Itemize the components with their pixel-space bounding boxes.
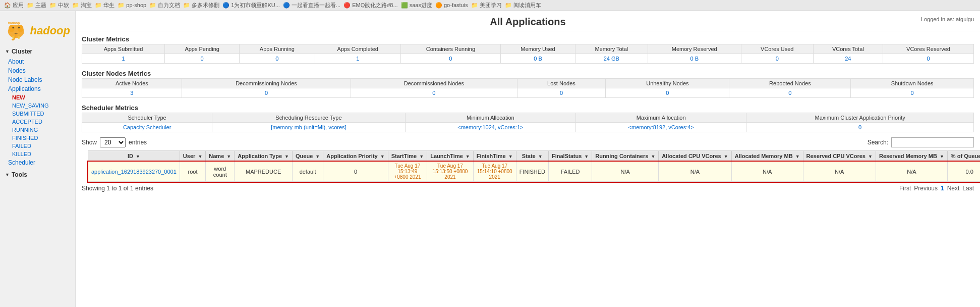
sort-arrow-containers: ▼ — [651, 154, 655, 159]
col-unhealthy-nodes: Unhealthy Nodes — [606, 79, 729, 88]
cluster-metrics-section: Cluster Metrics Apps Submitted Apps Pend… — [76, 31, 980, 66]
bookmark-go[interactable]: 🟠 go-fastuis — [435, 2, 468, 9]
svg-rect-5 — [13, 36, 15, 39]
bookmark-soft[interactable]: 📁 中软 — [49, 2, 69, 9]
show-label: Show — [82, 139, 97, 146]
entries-select[interactable]: 10 20 50 100 — [100, 137, 126, 147]
col-apps-pending: Apps Pending — [165, 44, 240, 54]
pagination-last[interactable]: Last — [962, 185, 974, 192]
sidebar-item-applications[interactable]: Applications — [0, 84, 75, 93]
th-final-status[interactable]: FinalStatus ▼ — [548, 151, 592, 162]
pagination-next[interactable]: Next — [947, 185, 960, 192]
search-input[interactable] — [891, 137, 974, 147]
bookmark-docs[interactable]: 📁 自力文档 — [149, 2, 180, 9]
sort-arrow-start: ▼ — [419, 154, 424, 159]
col-decommissioning-nodes: Decommissioning Nodes — [182, 79, 351, 88]
entries-label: entries — [129, 139, 147, 146]
pagination-first[interactable]: First — [899, 185, 911, 192]
sidebar-item-running[interactable]: RUNNING — [0, 126, 75, 134]
sidebar: hadoop hadoop Cluster About Nodes Node L… — [0, 11, 76, 307]
sort-arrow-res-cpu: ▼ — [868, 154, 873, 159]
sidebar-tools-section: Tools — [0, 169, 75, 180]
svg-rect-6 — [18, 36, 20, 39]
showing-text: Showing 1 to 1 of 1 entries — [82, 185, 153, 192]
pagination-previous[interactable]: Previous — [914, 185, 938, 192]
val-maximum-allocation: <memory:8192, vCores:4> — [576, 123, 746, 132]
sidebar-tools-toggle[interactable]: Tools — [0, 169, 75, 180]
cluster-metrics-table: Apps Submitted Apps Pending Apps Running… — [82, 44, 974, 64]
app-id-link[interactable]: application_1629183923270_0001 — [91, 169, 177, 175]
sort-arrow-launch: ▼ — [466, 154, 470, 159]
bookmark-theme[interactable]: 📁 主题 — [27, 2, 46, 9]
val-memory-total: 24 GB — [575, 54, 648, 64]
bookmark-ppshop[interactable]: 📁 pp-shop — [118, 2, 146, 9]
cell-start-time: Tue Aug 17 15:13:49 +0800 2021 — [388, 162, 427, 182]
sidebar-item-failed[interactable]: FAILED — [0, 142, 75, 150]
th-launch-time[interactable]: LaunchTime ▼ — [427, 151, 474, 162]
scheduler-metrics-table: Scheduler Type Scheduling Resource Type … — [82, 113, 974, 132]
th-reserved-cpu[interactable]: Reserved CPU VCores ▼ — [803, 151, 876, 162]
sidebar-item-node-labels[interactable]: Node Labels — [0, 75, 75, 84]
th-start-time[interactable]: StartTime ▼ — [388, 151, 427, 162]
bookmark-repair[interactable]: 📁 多多术修删 — [183, 2, 219, 9]
th-app-type[interactable]: Application Type ▼ — [235, 151, 293, 162]
th-allocated-mem[interactable]: Allocated Memory MB ▼ — [731, 151, 803, 162]
bookmark-live[interactable]: 🔵 一起看直播一起看... — [283, 2, 340, 9]
col-max-cluster-priority: Maximum Cluster Application Priority — [746, 113, 974, 123]
svg-point-1 — [9, 25, 15, 32]
th-running-containers[interactable]: Running Containers ▼ — [592, 151, 659, 162]
sidebar-item-nodes[interactable]: Nodes — [0, 66, 75, 75]
cluster-metrics-title: Cluster Metrics — [82, 35, 974, 43]
hadoop-elephant-icon: hadoop — [5, 19, 27, 42]
sidebar-item-new[interactable]: NEW — [0, 93, 75, 101]
val-scheduler-type: Capacity Scheduler — [82, 123, 212, 132]
table-controls: Show 10 20 50 100 entries Search: — [76, 134, 980, 150]
th-queue[interactable]: Queue ▼ — [293, 151, 323, 162]
bookmark-apps[interactable]: 🏠 应用 — [4, 2, 24, 9]
sidebar-item-about[interactable]: About — [0, 57, 75, 66]
bookmark-meituan[interactable]: 📁 美团学习 — [471, 2, 502, 9]
show-entries-control: Show 10 20 50 100 entries — [82, 137, 147, 147]
applications-table-wrapper: ID ▼ User ▼ Name ▼ Application Type ▼ Qu… — [76, 150, 980, 182]
val-rebooted-nodes: 0 — [729, 88, 851, 98]
col-active-nodes: Active Nodes — [82, 79, 182, 88]
sidebar-item-killed[interactable]: KILLED — [0, 150, 75, 158]
sort-arrow-final: ▼ — [584, 154, 589, 159]
sidebar-item-finished[interactable]: FINISHED — [0, 134, 75, 142]
bookmark-saas[interactable]: 🟩 saas进度 — [401, 2, 432, 9]
th-allocated-cpu[interactable]: Allocated CPU VCores ▼ — [659, 151, 731, 162]
col-apps-completed: Apps Completed — [315, 44, 400, 54]
sidebar-cluster-toggle[interactable]: Cluster — [0, 46, 75, 57]
bookmark-ku[interactable]: 🔵 1为初市领重解KU... — [222, 2, 280, 9]
sidebar-item-accepted[interactable]: ACCEPTED — [0, 118, 75, 126]
bookmark-read[interactable]: 📁 阅读消用车 — [505, 2, 541, 9]
th-id[interactable]: ID ▼ — [88, 151, 180, 162]
th-user[interactable]: User ▼ — [180, 151, 205, 162]
th-priority[interactable]: Application Priority ▼ — [323, 151, 388, 162]
val-shutdown-nodes: 0 — [851, 88, 974, 98]
scheduler-metrics-section: Scheduler Metrics Scheduler Type Schedul… — [76, 100, 980, 134]
th-name[interactable]: Name ▼ — [206, 151, 235, 162]
th-finish-time[interactable]: FinishTime ▼ — [473, 151, 516, 162]
val-vcores-used: 0 — [741, 54, 813, 64]
sidebar-item-submitted[interactable]: SUBMITTED — [0, 110, 75, 118]
search-box: Search: — [868, 137, 974, 147]
sort-arrow-res-mem: ▼ — [940, 154, 944, 159]
bookmark-taobao[interactable]: 📁 淘宝 — [72, 2, 92, 9]
th-reserved-mem[interactable]: Reserved Memory MB ▼ — [876, 151, 947, 162]
th-state[interactable]: State ▼ — [516, 151, 548, 162]
cell-reserved-cpu: N/A — [803, 162, 876, 182]
sidebar-item-new-saving[interactable]: NEW_SAVING — [0, 101, 75, 110]
sidebar-item-scheduler[interactable]: Scheduler — [0, 158, 75, 167]
bookmark-huasheng[interactable]: 📁 华生 — [95, 2, 114, 9]
val-decommissioning-nodes: 0 — [182, 88, 351, 98]
sort-arrow-app-type: ▼ — [284, 154, 289, 159]
bookmark-emq[interactable]: 🔴 EMQ践化之路#8... — [343, 2, 398, 9]
cluster-nodes-metrics-table: Active Nodes Decommissioning Nodes Decom… — [82, 78, 974, 98]
th-pct-queue[interactable]: % of Queue ▼ — [947, 151, 980, 162]
sort-arrow-state: ▼ — [538, 154, 543, 159]
svg-text:hadoop: hadoop — [8, 21, 20, 25]
col-minimum-allocation: Minimum Allocation — [405, 113, 575, 123]
pagination-1[interactable]: 1 — [941, 185, 944, 192]
cluster-nodes-metrics-section: Cluster Nodes Metrics Active Nodes Decom… — [76, 66, 980, 100]
